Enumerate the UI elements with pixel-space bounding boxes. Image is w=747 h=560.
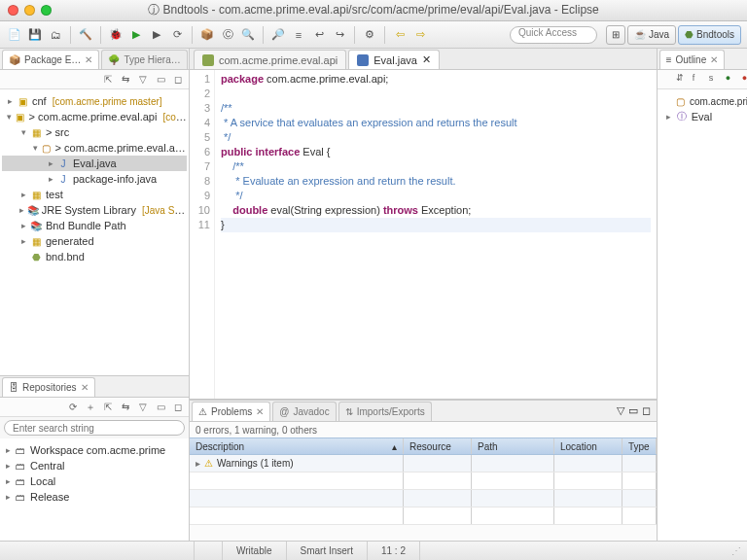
- close-icon[interactable]: ✕: [256, 406, 264, 417]
- add-repo-icon[interactable]: ＋: [84, 401, 97, 414]
- col-description[interactable]: Description▴: [190, 438, 404, 454]
- close-icon[interactable]: ✕: [81, 382, 89, 393]
- view-menu-icon[interactable]: ▽: [136, 401, 150, 414]
- repo-search-input[interactable]: [4, 420, 185, 436]
- tree-node-jre[interactable]: ▸📚JRE System Library [Java SE 8 [1.8.0]]: [2, 202, 187, 218]
- tree-node-bnd-path[interactable]: ▸📚Bnd Bundle Path: [2, 218, 187, 233]
- col-path[interactable]: Path: [472, 438, 554, 454]
- close-icon[interactable]: ✕: [422, 53, 431, 66]
- repo-central[interactable]: ▸🗃Central: [2, 458, 187, 473]
- link-editor-icon[interactable]: ⇆: [119, 401, 132, 414]
- collapse-all-icon[interactable]: ⇱: [101, 401, 115, 414]
- perspective-java[interactable]: ☕Java: [627, 25, 676, 45]
- tree-node-package-info[interactable]: ▸Jpackage-info.java: [2, 171, 187, 187]
- view-tab-problems[interactable]: ⚠ Problems ✕: [192, 402, 270, 421]
- problems-group-warnings[interactable]: ▸⚠Warnings (1 item): [190, 455, 657, 472]
- bnd-icon: [202, 54, 214, 66]
- hide-nonpublic-icon[interactable]: ●: [726, 73, 739, 87]
- main-toolbar: 📄 💾 🗂 🔨 🐞 ▶ ▶ ⟳ 📦 Ⓒ 🔍 🔎 ≡ ↩ ↪ ⚙ ⇦ ⇨ Quic…: [0, 21, 747, 49]
- outline-tree[interactable]: ▢com.acme.prime.eval.api ▸ⒾEval: [658, 89, 747, 541]
- save-all-button[interactable]: 🗂: [47, 26, 64, 44]
- perspective-bndtools[interactable]: ⬣Bndtools: [678, 25, 741, 45]
- status-bar: Writable Smart Insert 11 : 2 ⋰: [0, 541, 747, 560]
- search-button[interactable]: 🔎: [269, 26, 287, 44]
- package-explorer-tree[interactable]: ▸▣cnf [com.acme.prime master] ▾▣> com.ac…: [0, 89, 189, 375]
- new-button[interactable]: 📄: [6, 26, 23, 44]
- tree-node-eval-java[interactable]: ▸JEval.java: [2, 156, 187, 171]
- maximize-view-icon[interactable]: ◻: [642, 404, 651, 417]
- annotation-prev-button[interactable]: ↩: [310, 26, 328, 44]
- new-package-button[interactable]: 📦: [198, 26, 216, 44]
- debug-button[interactable]: 🐞: [107, 26, 124, 44]
- hide-local-icon[interactable]: ●: [742, 73, 747, 87]
- outline-package[interactable]: ▢com.acme.prime.eval.api: [659, 93, 747, 109]
- minimize-icon[interactable]: [24, 5, 35, 16]
- editor-tab-eval[interactable]: Eval.java ✕: [348, 50, 440, 69]
- editor-gutter: 123 456 789 1011: [190, 70, 215, 399]
- close-icon[interactable]: ✕: [710, 54, 718, 65]
- editor-tab-bnd[interactable]: com.acme.prime.eval.api: [194, 50, 346, 69]
- outline-type-eval[interactable]: ▸ⒾEval: [659, 109, 747, 124]
- col-location[interactable]: Location: [554, 438, 622, 454]
- run-button[interactable]: ▶: [127, 26, 145, 44]
- view-tab-repositories[interactable]: 🗄 Repositories ✕: [2, 377, 95, 397]
- minimize-view-icon[interactable]: ▭: [154, 73, 167, 87]
- run-last-button[interactable]: ⟳: [168, 26, 186, 44]
- refresh-icon[interactable]: ⟳: [66, 401, 80, 414]
- view-menu-icon[interactable]: ▽: [136, 73, 150, 87]
- close-icon[interactable]: ✕: [85, 54, 92, 65]
- back-button[interactable]: ⇦: [391, 26, 409, 44]
- open-type-button[interactable]: 🔍: [239, 26, 257, 44]
- status-writable: Writable: [223, 542, 287, 560]
- new-class-button[interactable]: Ⓒ: [219, 26, 236, 44]
- zoom-icon[interactable]: [41, 5, 52, 16]
- editor-content[interactable]: package com.acme.prime.eval.api; /** * A…: [215, 70, 657, 399]
- tree-node-src[interactable]: ▾▦> src: [2, 124, 187, 140]
- repo-workspace[interactable]: ▸🗃Workspace com.acme.prime: [2, 442, 187, 458]
- window-title: Bndtools - com.acme.prime.eval.api/src/c…: [163, 3, 599, 17]
- toggle-breadcrumb-button[interactable]: ≡: [290, 26, 307, 44]
- coverage-button[interactable]: ▶: [148, 26, 165, 44]
- tree-node-bnd-bnd[interactable]: ⬣bnd.bnd: [2, 249, 187, 264]
- collapse-all-icon[interactable]: ⇱: [101, 73, 115, 87]
- hide-static-icon[interactable]: s: [709, 73, 723, 87]
- tree-node-package[interactable]: ▾▢> com.acme.prime.eval.api [1.0.0: [2, 140, 187, 156]
- view-tab-outline[interactable]: ≡ Outline ✕: [659, 50, 726, 69]
- col-type[interactable]: Type: [622, 438, 657, 454]
- maximize-view-icon[interactable]: ◻: [171, 73, 185, 87]
- link-editor-icon[interactable]: ⇆: [119, 73, 132, 87]
- problems-summary: 0 errors, 1 warning, 0 others: [190, 422, 657, 438]
- view-tab-package-explorer[interactable]: 📦 Package E… ✕: [2, 50, 99, 69]
- java-file-icon: [357, 54, 369, 66]
- resize-grip-icon[interactable]: ⋰: [731, 545, 747, 556]
- problems-table[interactable]: Description▴ Resource Path Location Type…: [190, 438, 657, 541]
- minimize-view-icon[interactable]: ▭: [154, 401, 167, 414]
- forward-button[interactable]: ⇨: [411, 26, 429, 44]
- col-resource[interactable]: Resource: [404, 438, 472, 454]
- minimize-view-icon[interactable]: ▭: [628, 404, 638, 417]
- maximize-view-icon[interactable]: ◻: [171, 401, 185, 414]
- repo-release[interactable]: ▸🗃Release: [2, 489, 187, 505]
- save-button[interactable]: 💾: [26, 26, 44, 44]
- build-button[interactable]: 🔨: [77, 26, 94, 44]
- status-cursor-pos: 11 : 2: [368, 542, 420, 560]
- tree-node-cnf[interactable]: ▸▣cnf [com.acme.prime master]: [2, 93, 187, 109]
- close-icon[interactable]: [8, 5, 18, 16]
- repo-local[interactable]: ▸🗃Local: [2, 473, 187, 489]
- code-editor[interactable]: 123 456 789 1011 package com.acme.prime.…: [190, 70, 657, 400]
- view-tab-imports-exports[interactable]: ⇅ Imports/Exports: [338, 402, 432, 421]
- hide-fields-icon[interactable]: f: [693, 73, 706, 87]
- editor-tabbar: com.acme.prime.eval.api Eval.java ✕: [190, 49, 657, 70]
- annotation-next-button[interactable]: ↪: [331, 26, 348, 44]
- view-tab-type-hierarchy[interactable]: 🌳 Type Hiera…: [101, 50, 187, 69]
- tree-node-project[interactable]: ▾▣> com.acme.prime.eval.api [com.acme: [2, 109, 187, 124]
- open-perspective-button[interactable]: ⊞: [606, 25, 625, 45]
- repositories-tree[interactable]: ▸🗃Workspace com.acme.prime ▸🗃Central ▸🗃L…: [0, 438, 189, 541]
- view-menu-icon[interactable]: ▽: [617, 404, 624, 417]
- sort-icon[interactable]: ⇵: [676, 73, 690, 87]
- resolve-button[interactable]: ⚙: [361, 26, 378, 44]
- tree-node-test[interactable]: ▸▦test: [2, 187, 187, 202]
- tree-node-generated[interactable]: ▸▦generated: [2, 233, 187, 249]
- quick-access-input[interactable]: Quick Access: [510, 26, 597, 44]
- view-tab-javadoc[interactable]: @ Javadoc: [272, 402, 336, 421]
